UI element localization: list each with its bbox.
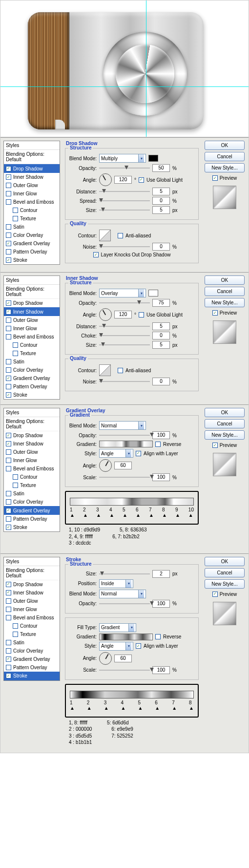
- gradient-strip[interactable]: [70, 691, 194, 699]
- style-item-oglow[interactable]: Outer Glow: [4, 597, 60, 605]
- slider[interactable]: [99, 244, 150, 250]
- slider[interactable]: [99, 300, 150, 306]
- angle-dial[interactable]: [99, 459, 112, 472]
- checkbox[interactable]: [6, 466, 11, 471]
- chevron-down-icon[interactable]: [138, 590, 144, 598]
- style-item-gov[interactable]: ✓Gradient Overlay: [4, 655, 60, 663]
- angle-dial[interactable]: [99, 173, 112, 186]
- angle-dial[interactable]: [99, 308, 112, 321]
- checkbox[interactable]: [155, 442, 161, 447]
- chevron-down-icon[interactable]: [125, 642, 131, 650]
- dropdown[interactable]: Gradient: [99, 623, 136, 632]
- style-item-iglow[interactable]: Inner Glow: [4, 190, 60, 198]
- style-item-stroke[interactable]: ✓Stroke: [4, 256, 60, 264]
- slider[interactable]: [99, 323, 150, 329]
- checkbox[interactable]: ✓: [6, 582, 11, 587]
- new-style-button[interactable]: New Style...: [205, 430, 245, 440]
- gradient-stops[interactable]: 1▲2▲3▲4▲5▲6▲7▲8▲: [70, 700, 194, 711]
- chevron-down-icon[interactable]: [128, 624, 134, 632]
- value-input[interactable]: 2: [152, 570, 170, 578]
- slider[interactable]: [99, 165, 150, 171]
- checkbox[interactable]: [6, 191, 11, 196]
- cancel-button[interactable]: Cancel: [205, 287, 245, 296]
- ok-button[interactable]: OK: [205, 408, 245, 417]
- checkbox[interactable]: [118, 233, 123, 238]
- style-item-satin[interactable]: Satin: [4, 358, 60, 366]
- value-input[interactable]: 120: [114, 176, 132, 184]
- dropdown[interactable]: Normal: [99, 590, 146, 598]
- checkbox[interactable]: [6, 326, 11, 331]
- new-style-button[interactable]: New Style...: [205, 298, 245, 307]
- styles-header[interactable]: Styles: [4, 557, 60, 566]
- checkbox[interactable]: [118, 368, 123, 373]
- style-item-satin[interactable]: Satin: [4, 223, 60, 231]
- checkbox[interactable]: ✓: [6, 376, 11, 381]
- style-item-gov[interactable]: ✓Gradient Overlay: [4, 374, 60, 382]
- style-item-stroke[interactable]: ✓Stroke: [4, 391, 60, 399]
- checkbox[interactable]: ✓: [6, 433, 11, 438]
- chevron-down-icon[interactable]: [125, 449, 131, 457]
- style-item-inner[interactable]: ✓Inner Shadow: [4, 173, 60, 181]
- checkbox[interactable]: [6, 199, 11, 205]
- checkbox[interactable]: ✓: [93, 252, 99, 257]
- slider[interactable]: [99, 207, 150, 213]
- checkbox[interactable]: [13, 632, 18, 637]
- value-input[interactable]: 5: [152, 188, 170, 195]
- preview-toggle[interactable]: ✓Preview: [212, 592, 237, 597]
- checkbox[interactable]: ✓: [212, 443, 218, 448]
- checkbox[interactable]: [6, 640, 11, 645]
- styles-header[interactable]: Styles: [4, 141, 60, 150]
- checkbox[interactable]: ✓: [6, 590, 11, 595]
- preview-toggle[interactable]: ✓Preview: [212, 443, 237, 448]
- style-item-stroke[interactable]: ✓Stroke: [4, 672, 60, 680]
- gradient-editor[interactable]: 1▲2▲3▲4▲5▲6▲7▲8▲9▲10▲: [65, 491, 199, 525]
- value-input[interactable]: 100: [152, 473, 170, 481]
- style-item-oglow[interactable]: Outer Glow: [4, 448, 60, 456]
- checkbox[interactable]: ✓: [139, 177, 144, 183]
- checkbox[interactable]: [6, 607, 11, 612]
- styles-header[interactable]: Styles: [4, 408, 60, 417]
- checkbox[interactable]: ✓: [6, 392, 11, 398]
- slider[interactable]: [99, 379, 150, 384]
- chevron-down-icon[interactable]: [138, 422, 144, 429]
- value-input[interactable]: 0: [152, 243, 170, 251]
- style-item-cov[interactable]: Color Overlay: [4, 231, 60, 239]
- checkbox[interactable]: ✓: [6, 257, 11, 263]
- style-item-contour[interactable]: Contour: [4, 622, 60, 630]
- checkbox[interactable]: [13, 351, 18, 356]
- dropdown[interactable]: Inside: [99, 579, 133, 588]
- style-item-satin[interactable]: Satin: [4, 489, 60, 498]
- chevron-down-icon[interactable]: [125, 580, 131, 588]
- value-input[interactable]: 60: [114, 462, 132, 469]
- color-swatch[interactable]: [148, 290, 158, 296]
- checkbox[interactable]: ✓: [6, 525, 11, 530]
- ok-button[interactable]: OK: [205, 275, 245, 285]
- style-item-drop[interactable]: ✓Drop Shadow: [4, 431, 60, 440]
- ok-button[interactable]: OK: [205, 141, 245, 150]
- contour-picker[interactable]: [99, 364, 111, 376]
- checkbox[interactable]: ✓: [6, 673, 11, 678]
- checkbox[interactable]: [6, 384, 11, 389]
- ok-button[interactable]: OK: [205, 557, 245, 566]
- checkbox[interactable]: [13, 623, 18, 629]
- style-item-cov[interactable]: Color Overlay: [4, 647, 60, 655]
- checkbox[interactable]: ✓: [6, 300, 11, 306]
- checkbox[interactable]: ✓: [6, 656, 11, 662]
- dropdown[interactable]: Angle: [99, 449, 133, 458]
- chevron-down-icon[interactable]: [138, 289, 144, 297]
- checkbox[interactable]: [6, 183, 11, 188]
- checkbox[interactable]: [13, 216, 18, 221]
- checkbox[interactable]: ✓: [136, 451, 141, 456]
- style-item-bevel[interactable]: Bevel and Emboss: [4, 198, 60, 206]
- style-item-drop[interactable]: ✓Drop Shadow: [4, 299, 60, 307]
- style-item-drop[interactable]: ✓Drop Shadow: [4, 164, 60, 173]
- slider[interactable]: [99, 432, 150, 438]
- style-item-texture[interactable]: Texture: [4, 481, 60, 489]
- style-item-satin[interactable]: Satin: [4, 638, 60, 647]
- value-input[interactable]: 50: [152, 164, 170, 172]
- gradient-preview[interactable]: [99, 441, 153, 447]
- value-input[interactable]: 5: [152, 322, 170, 330]
- cancel-button[interactable]: Cancel: [205, 152, 245, 161]
- style-item-texture[interactable]: Texture: [4, 349, 60, 358]
- checkbox[interactable]: [6, 359, 11, 364]
